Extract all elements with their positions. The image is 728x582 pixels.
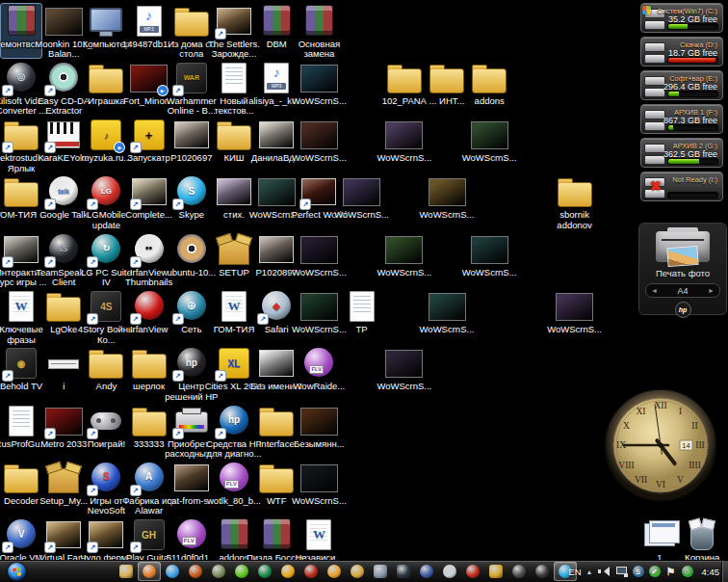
desktop-icon[interactable]: Decoder [1,461,41,515]
taskbar-button-internet-explorer[interactable] [161,562,184,581]
desktop-icon[interactable]: WoWScrnS... [384,232,425,286]
desktop-icon[interactable]: ↗The Settlers. Зарожде... [214,4,254,58]
desktop-icon[interactable]: ГОМ-ТИЯ [214,289,254,343]
desktop-icon[interactable]: ↗Поиграй! [86,404,126,458]
desktop-icon[interactable]: A↗Фабрика игр Alawar [129,461,169,515]
desktop-icon[interactable]: стих. [214,174,254,228]
drive-meter-gadget[interactable]: Систем(Win7) (C:)35.2 GB free [640,3,723,33]
desktop-icon[interactable]: ♪▶myzuka.ru... [86,118,126,172]
desktop-icon[interactable]: sbornik addonov [555,174,595,228]
desktop-icon[interactable]: WowRaide... [299,346,339,400]
desktop-icon[interactable]: alisiya_-_ko... [256,61,297,115]
desktop-icon[interactable]: ↗Elektrostudio - Ярлык [1,118,41,172]
desktop-icon[interactable]: WoWScrnS... [299,461,339,515]
desktop-icon[interactable]: ⊕↗Сеть [171,289,212,343]
taskbar-button-dark-app-2[interactable] [531,562,554,581]
desktop-icon[interactable]: hp↗Центр решений HP [171,346,212,400]
desktop-icon[interactable]: ↗Perfect World [299,174,339,228]
taskbar-button-terminal-app[interactable] [392,562,415,581]
desktop-icon[interactable]: P1020897 [256,232,297,286]
desktop-icon[interactable]: WoWScrnS... [427,174,467,228]
taskbar-button-red-creature-app[interactable] [461,562,484,581]
desktop-icon[interactable]: WoWScrnS... [256,174,297,228]
language-indicator[interactable]: EN [568,567,581,577]
desktop-icon[interactable]: cat-from-s... [171,461,212,515]
taskbar-button-firefox[interactable] [138,562,161,581]
desktop-icon[interactable]: 4S↗4Story Войны Ко... [86,289,126,343]
desktop-icon[interactable]: S↗Skype [171,174,212,228]
show-desktop-button[interactable] [721,561,728,582]
desktop-icon[interactable]: ↗Complete... [129,174,169,228]
desktop-icon[interactable]: hp↗Средства HP для диагно... [214,404,254,458]
desktop-icon[interactable]: ДанилаВд... [256,118,297,172]
drive-meter-gadget[interactable]: ✖Not Ready (I:) [640,172,723,201]
desktop-icon[interactable]: i [43,346,84,400]
taskbar-button-alawar-butterfly[interactable] [276,562,299,581]
volume-icon[interactable] [598,566,611,577]
taskbar-button-soldier-game[interactable] [207,562,230,581]
taskbar-clock[interactable]: 4:45 [702,567,720,577]
desktop[interactable]: Ремонтвсе...Moonkin 101_ Balan...Компьют… [0,0,728,582]
desktop-icon[interactable]: WoWScrnS... [555,289,595,343]
desktop-icon[interactable]: ◉↗Behold TV [1,346,41,400]
desktop-icon[interactable]: WoWScrnS... [384,346,425,400]
desktop-icon[interactable]: WoWScrnS... [427,289,467,343]
desktop-icon[interactable]: Без имени-1 [256,346,297,400]
desktop-icon[interactable]: wotlk_80_b... [214,461,254,515]
desktop-icon[interactable]: Andy [86,346,126,400]
taskbar-button-gold-sphere-app[interactable] [346,562,369,581]
desktop-icon[interactable]: ubuntu-10... [171,232,212,286]
desktop-icon[interactable]: TP [342,289,382,343]
desktop-icon[interactable]: WoWScrnS... [342,174,382,228]
taskbar-button-red-shield-app[interactable] [299,562,323,581]
desktop-icon[interactable]: Ключевые фразы [1,289,41,343]
im-agent-icon[interactable]: ☺ [682,566,693,577]
desktop-icon[interactable]: WoWScrnS... [299,61,339,115]
next-arrow-icon[interactable]: ► [708,287,715,294]
drive-meter-gadget[interactable]: АРХИВ 2 (G:)362.5 GB free [640,138,723,168]
skype-tray-icon[interactable]: S [633,566,644,577]
action-center-flag-icon[interactable]: ⚑ [665,566,677,577]
desktop-icon[interactable]: ◆↗Safari [256,289,297,343]
desktop-icon[interactable]: Новый текстов... [214,61,254,115]
desktop-icon[interactable]: ↗KaraKEYoke [43,118,84,172]
desktop-icon[interactable]: WoWScrnS... [469,232,509,286]
desktop-icon[interactable]: ГОМ-ТИЯ ... [1,174,41,228]
paper-size-select[interactable]: ◄ A4 ► [645,283,720,298]
photo-print-gadget[interactable]: Печать фото ◄ A4 ► hp [638,223,727,315]
taskbar-button-orange-gem-app[interactable] [323,562,346,581]
desktop-icon[interactable]: ••↗IrfanView Thumbnails [129,232,169,286]
desktop-icon[interactable]: WTF [256,461,297,515]
desktop-icon[interactable]: КИШ [214,118,254,172]
taskbar-button-gold-doc-app[interactable] [484,562,507,581]
taskbar-button-orange-ball-app[interactable] [184,562,207,581]
desktop-icon[interactable]: WoWScrnS... [469,118,509,172]
analog-clock-gadget[interactable]: XIIIIIIIIIIIIVVIVIIVIIIIXXXI14 [603,387,718,503]
drive-meter-gadget[interactable]: АРХИВ 1 (F:)867.3 GB free [640,104,723,134]
antivirus-status-icon[interactable]: ✔ [649,566,661,577]
drive-meter-gadget[interactable]: Софт+вар (E:)296.4 GB free [640,70,723,100]
start-button[interactable] [8,563,26,581]
desktop-icon[interactable]: addons [469,61,509,115]
desktop-icon[interactable]: Основная замена [299,4,339,58]
desktop-icon[interactable]: 102_PANA [384,61,425,115]
desktop-icon[interactable]: RusProfGu... [1,404,41,458]
show-hidden-icons-button[interactable]: ▲ [586,569,593,575]
desktop-icon[interactable]: Безымянн... [299,404,339,458]
prev-arrow-icon[interactable]: ◄ [651,287,658,294]
taskbar-button-green-swirl-app[interactable] [230,562,253,581]
desktop-icon[interactable]: WoWScrnS... [384,118,425,172]
desktop-icon[interactable]: WoWScrnS... [299,232,339,286]
desktop-icon[interactable]: SETUP [214,232,254,286]
desktop-icon[interactable]: ↗IrfanView [129,289,169,343]
desktop-icon[interactable]: WoWScrnS... [299,118,339,172]
desktop-icon[interactable]: ... ИНТ... [427,61,467,115]
desktop-icon[interactable]: +↗Запускатр [129,118,169,172]
desktop-icon[interactable]: ↗Easy CD-DA Extractor [43,61,84,115]
taskbar-button-windows-explorer[interactable] [115,562,138,581]
desktop-icon[interactable]: Moonkin 101_ Balan... [43,4,84,58]
taskbar-button-blue-app[interactable] [415,562,438,581]
taskbar-button-white-sphere-app[interactable] [438,562,461,581]
desktop-icon[interactable]: P1020697 [171,118,212,172]
drive-meter-gadget[interactable]: Скачка (D:)18.7 GB free [640,37,723,66]
